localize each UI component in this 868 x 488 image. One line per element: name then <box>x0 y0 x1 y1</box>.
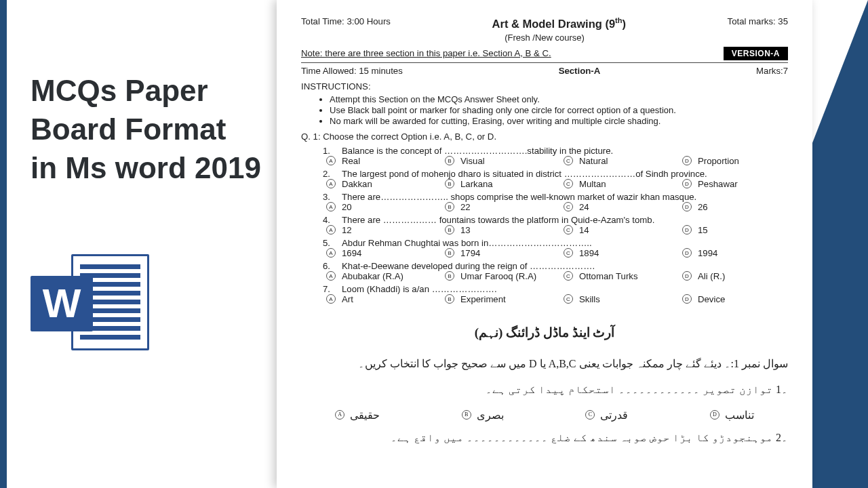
option-text: Peshawar <box>698 179 738 189</box>
option: DProportion <box>682 156 781 166</box>
option: DPeshawar <box>682 179 781 189</box>
option-text: Skills <box>579 294 600 304</box>
note: Note: there are three section in this pa… <box>301 48 551 58</box>
urdu-q1: سوال نمبر 1:۔ دیئے گئے چار ممکنہ جوابات … <box>301 352 788 375</box>
question-1-prompt: Q. 1: Choose the correct Option i.e. A, … <box>301 131 788 142</box>
option-text: Abubakar (R.A) <box>342 271 403 281</box>
option: D1994 <box>682 248 781 258</box>
section-marks: Marks:7 <box>756 66 788 76</box>
version-badge: VERSION-A <box>724 47 788 60</box>
option-text: Umar Farooq (R.A) <box>460 271 536 281</box>
question-item: 1.Balance is the concept of ……………………….st… <box>323 146 788 166</box>
option-letter-icon: A <box>326 271 336 281</box>
question-number: 7. <box>323 284 334 294</box>
option: AAbubakar (R.A) <box>326 271 445 281</box>
option-text: Larkana <box>460 179 493 189</box>
exam-paper: Total Time: 3:00 Hours Art & Model Drawi… <box>277 0 812 488</box>
urdu-row-1: ۔1 توازن تصویر ۔۔۔۔۔۔۔۔۔۔۔۔ استحکام پیدا… <box>301 378 788 401</box>
option-letter-icon: A <box>326 225 336 235</box>
question-item: 2.The largest pond of mohenjo dharo is s… <box>323 169 788 189</box>
question-item: 3.There are………………….. shops comprise the … <box>323 192 788 212</box>
option-letter-icon: A <box>326 156 336 165</box>
option-text: 13 <box>460 225 471 235</box>
option-letter-icon: D <box>682 294 692 304</box>
question-item: 4.There are ……………… fountains towards the… <box>323 215 788 235</box>
option: B1794 <box>445 248 564 258</box>
subtitle: (Fresh /New course) <box>301 33 788 43</box>
question-text: Abdur Rehman Chughtai was born in…………………… <box>342 238 592 248</box>
option-letter-icon: D <box>682 179 692 188</box>
paper-title: Art & Model Drawing (9th) <box>492 16 626 30</box>
question-text: There are ……………… fountains towards the p… <box>342 215 654 225</box>
option: BUmar Farooq (R.A) <box>445 271 564 281</box>
option: AArt <box>326 294 445 304</box>
option-text: Ottoman Turks <box>579 271 637 281</box>
option-text: Natural <box>579 156 608 166</box>
option: CNatural <box>564 156 682 166</box>
option: D26 <box>682 202 781 212</box>
option: B13 <box>445 225 564 235</box>
page-title: MCQs Paper Board Format in Ms word 2019 <box>31 71 261 188</box>
option-letter-icon: B <box>445 179 454 188</box>
option-text: Dakkan <box>342 179 372 189</box>
option-text: 22 <box>460 202 471 212</box>
option-letter-icon: C <box>564 225 573 235</box>
option-text: 15 <box>698 225 708 235</box>
option: BExperiment <box>445 294 564 304</box>
option-letter-icon: B <box>445 294 454 304</box>
title-line-2: Board Format <box>31 110 261 148</box>
urdu-options: Aحقیقی Bبصری Cقدرتی Dتناسب <box>335 404 754 427</box>
option-letter-icon: C <box>564 179 573 188</box>
option-text: Device <box>698 294 725 304</box>
option-text: Proportion <box>698 156 739 166</box>
option: A1694 <box>326 248 445 258</box>
instructions-label: INSTRUCTIONS: <box>301 81 788 92</box>
question-number: 3. <box>323 192 334 202</box>
option-letter-icon: D <box>682 202 692 211</box>
instructions-list: Attempt this Section on the MCQs Answer … <box>330 94 788 126</box>
list-item: Use Black ball point or marker for shadi… <box>330 105 788 115</box>
question-item: 5.Abdur Rehman Chughtai was born in……………… <box>323 238 788 258</box>
option: BLarkana <box>445 179 564 189</box>
option: B22 <box>445 202 564 212</box>
option-letter-icon: D <box>682 271 692 281</box>
option-letter-icon: D <box>682 156 692 165</box>
option-letter-icon: D <box>682 248 692 258</box>
title-line-3: in Ms word 2019 <box>31 148 261 187</box>
option-text: 14 <box>579 225 589 235</box>
option-letter-icon: A <box>326 202 336 211</box>
list-item: Attempt this Section on the MCQs Answer … <box>330 94 788 104</box>
option-text: 12 <box>342 225 352 235</box>
option: C24 <box>564 202 682 212</box>
option: A12 <box>326 225 445 235</box>
question-text: Loom (Khaddi) is a/an …………………. <box>342 284 497 294</box>
question-item: 7.Loom (Khaddi) is a/an ………………….AArtBExp… <box>323 284 788 304</box>
option-letter-icon: B <box>445 202 454 211</box>
option-letter-icon: C <box>564 202 573 211</box>
question-text: Balance is the concept of ……………………….stab… <box>342 146 613 156</box>
option: C14 <box>564 225 682 235</box>
option-letter-icon: C <box>564 248 573 258</box>
question-number: 2. <box>323 169 334 179</box>
option-text: 24 <box>579 202 589 212</box>
option: CMultan <box>564 179 682 189</box>
title-line-1: MCQs Paper <box>31 71 261 110</box>
option: DDevice <box>682 294 781 304</box>
option-text: Art <box>342 294 353 304</box>
option-text: 20 <box>342 202 352 212</box>
total-time: Total Time: 3:00 Hours <box>301 16 391 26</box>
ms-word-icon: W <box>31 249 146 357</box>
option-letter-icon: D <box>682 225 692 235</box>
option-letter-icon: A <box>326 179 336 188</box>
urdu-row-2: ۔2 موہنجودڑو کا بڑا حوض صوبہ سندھ کے ضلع… <box>301 426 788 449</box>
option-letter-icon: A <box>326 248 336 258</box>
question-number: 4. <box>323 215 334 225</box>
option-text: 1894 <box>579 248 599 258</box>
option-text: 1994 <box>698 248 717 258</box>
option: C1894 <box>564 248 682 258</box>
option-letter-icon: C <box>564 156 573 165</box>
option-text: 26 <box>698 202 708 212</box>
total-marks: Total marks: 35 <box>728 16 788 26</box>
option-letter-icon: A <box>326 294 336 304</box>
question-number: 1. <box>323 146 334 156</box>
